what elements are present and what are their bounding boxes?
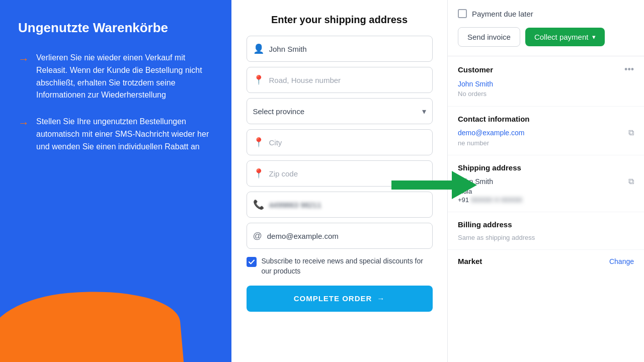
right-panel: Payment due later Send invoice Collect p…	[448, 0, 644, 362]
complete-order-label: COMPLETE ORDER	[294, 294, 372, 303]
complete-order-button[interactable]: COMPLETE ORDER →	[247, 286, 433, 312]
shipping-phone-number: XXXXX X XXXXX	[471, 196, 523, 204]
person-icon: 👤	[253, 43, 264, 54]
contact-email-value: demo@example.com	[458, 129, 525, 137]
right-top-section: Payment due later Send invoice Collect p…	[448, 0, 644, 56]
zip-input[interactable]	[269, 169, 426, 178]
complete-order-arrow-icon: →	[377, 294, 385, 303]
zip-field-wrapper: 📍	[247, 160, 433, 187]
market-section: Market Change	[448, 250, 644, 273]
change-market-link[interactable]: Change	[609, 257, 634, 265]
left-panel-title: Ungenutzte Warenkörbe	[18, 20, 213, 36]
location-icon-address: 📍	[253, 74, 264, 85]
action-buttons: Send invoice Collect payment ▾	[458, 27, 634, 47]
shipping-name-row: John Smith ⧉	[458, 177, 634, 186]
contact-section-title: Contact information	[458, 115, 530, 123]
phone-icon: 📞	[253, 199, 264, 210]
city-field-wrapper: 📍	[247, 129, 433, 155]
address-field-wrapper: 📍	[247, 67, 433, 93]
collect-payment-label: Collect payment	[534, 33, 589, 41]
billing-detail: Same as shipping address	[458, 234, 634, 241]
left-panel-text-1: Verlieren Sie nie wieder einen Verkauf m…	[36, 52, 213, 102]
payment-due-checkbox[interactable]	[458, 9, 467, 18]
phone-field-wrapper: 📞	[247, 192, 433, 218]
shipping-section-title: Shipping address	[458, 163, 521, 172]
phone-number-placeholder: ne number	[458, 139, 634, 147]
subscribe-label: Subscribe to receive news and special di…	[262, 256, 433, 277]
middle-panel: Enter your shipping address 👤 📍 Select p…	[231, 0, 448, 362]
decorative-blob	[0, 284, 185, 362]
billing-address-section: Billing address Same as shipping address	[448, 212, 644, 250]
payment-due-label: Payment due later	[472, 10, 533, 18]
province-select-wrapper: Select province ▾	[247, 98, 433, 124]
shipping-country: India	[458, 188, 634, 195]
email-field-wrapper: @	[247, 223, 433, 249]
payment-due-row: Payment due later	[458, 9, 634, 18]
province-select[interactable]: Select province	[253, 107, 418, 116]
billing-section-title: Billing address	[458, 220, 512, 229]
shipping-address-section: Shipping address John Smith ⧉ India +91 …	[448, 155, 644, 212]
left-panel-item-2: → Stellen Sie Ihre ungenutzten Bestellun…	[18, 116, 213, 153]
left-panel: Ungenutzte Warenkörbe → Verlieren Sie ni…	[0, 0, 231, 362]
arrow-icon-2: →	[18, 117, 29, 130]
email-icon: @	[253, 231, 262, 241]
collect-dropdown-icon: ▾	[592, 33, 596, 41]
contact-email-row: demo@example.com ⧉	[458, 128, 634, 137]
copy-email-icon[interactable]: ⧉	[628, 128, 634, 137]
more-options-icon[interactable]: •••	[624, 64, 634, 75]
customer-section-header: Customer •••	[458, 64, 634, 75]
send-invoice-button[interactable]: Send invoice	[458, 27, 520, 47]
collect-payment-button[interactable]: Collect payment ▾	[525, 28, 605, 46]
copy-shipping-icon[interactable]: ⧉	[628, 177, 634, 186]
location-icon-city: 📍	[253, 137, 264, 148]
billing-section-header: Billing address	[458, 220, 634, 229]
arrow-icon-1: →	[18, 53, 29, 66]
name-field-wrapper: 👤	[247, 36, 433, 62]
shipping-phone-prefix: +91	[458, 196, 469, 204]
shipping-name-value: John Smith	[458, 177, 493, 186]
subscribe-row: Subscribe to receive news and special di…	[247, 256, 433, 277]
shipping-section-header: Shipping address	[458, 163, 634, 172]
customer-section-title: Customer	[458, 65, 493, 74]
city-input[interactable]	[269, 138, 426, 147]
market-title: Market	[458, 257, 482, 265]
shipping-phone-row: +91 XXXXX X XXXXX	[458, 196, 634, 204]
form-title: Enter your shipping address	[271, 14, 408, 26]
customer-section: Customer ••• John Smith No orders	[448, 56, 644, 107]
shipping-form: 👤 📍 Select province ▾ 📍	[247, 36, 433, 312]
contact-info-section: Contact information demo@example.com ⧉ n…	[448, 107, 644, 155]
phone-input[interactable]	[269, 201, 426, 209]
name-input[interactable]	[269, 45, 426, 53]
left-panel-text-2: Stellen Sie Ihre ungenutzten Bestellunge…	[36, 116, 213, 153]
subscribe-checkbox[interactable]	[247, 257, 257, 267]
chevron-down-icon: ▾	[422, 107, 426, 116]
left-panel-item-1: → Verlieren Sie nie wieder einen Verkauf…	[18, 52, 213, 102]
address-input[interactable]	[269, 76, 426, 84]
location-icon-zip: 📍	[253, 168, 264, 179]
customer-link[interactable]: John Smith	[458, 80, 634, 88]
contact-section-header: Contact information	[458, 115, 634, 123]
no-orders-label: No orders	[458, 90, 487, 98]
email-input[interactable]	[267, 232, 426, 240]
